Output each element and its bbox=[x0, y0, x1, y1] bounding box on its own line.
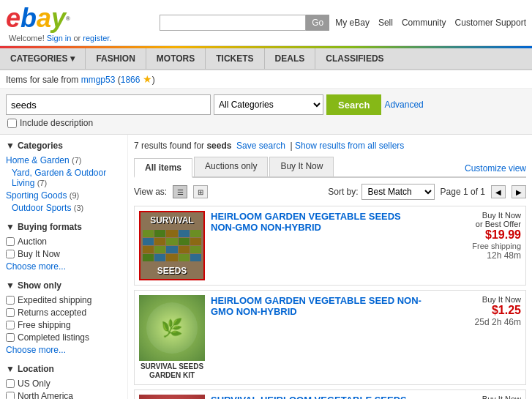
auction-checkbox[interactable] bbox=[6, 237, 15, 246]
nav-motors[interactable]: MOTORS bbox=[146, 49, 205, 68]
item-row-3: 🍅 VEGETABLE KITFULL GARDEN PACK SURVIVAL… bbox=[134, 389, 526, 399]
header-search-button[interactable]: Go bbox=[306, 15, 329, 31]
item-image-bottom-text: SEEDS bbox=[157, 266, 187, 276]
sort-select[interactable]: Best Match bbox=[361, 184, 435, 200]
show-only-choose-more[interactable]: Choose more... bbox=[6, 345, 121, 355]
item-image-2[interactable]: 🌿 bbox=[139, 295, 205, 361]
tab-buy-it-now[interactable]: Buy It Now bbox=[269, 157, 334, 176]
sell-link[interactable]: Sell bbox=[378, 18, 393, 28]
seller-star-icon: ★ bbox=[143, 73, 152, 85]
item-row-2: 🌿 SURVIVAL SEEDSGARDEN KIT HEIRLOOM GARD… bbox=[134, 290, 526, 385]
returns-label: Returns accepted bbox=[18, 307, 86, 318]
item-title-3[interactable]: SURVIVAL HEIRLOOM VEGETABLE SEEDS NON-GM… bbox=[211, 395, 427, 399]
categories-arrow-icon: ▾ bbox=[70, 53, 75, 64]
item-sublabel-2: SURVIVAL SEEDSGARDEN KIT bbox=[139, 362, 205, 380]
nav-categories[interactable]: CATEGORIES ▾ bbox=[0, 49, 85, 68]
main-content: ▼ Categories Home & Garden (7) Yard, Gar… bbox=[0, 135, 532, 399]
sidebar: ▼ Categories Home & Garden (7) Yard, Gar… bbox=[0, 135, 128, 399]
welcome-text: Welcome! Sign in or register. bbox=[9, 34, 111, 42]
north-america-label: North America bbox=[18, 391, 73, 399]
nav-tickets[interactable]: TICKETS bbox=[206, 49, 263, 68]
nav-classifieds[interactable]: CLASSIFIEDS bbox=[315, 49, 394, 68]
advanced-search-link[interactable]: Advanced bbox=[384, 100, 423, 110]
community-link[interactable]: Community bbox=[402, 18, 446, 28]
buy-it-now-label: Buy It Now bbox=[18, 249, 60, 259]
sidebar-show-only-title: ▼ Show only bbox=[6, 280, 121, 291]
sort-by-label: Sort by: bbox=[328, 187, 358, 197]
include-description-checkbox[interactable] bbox=[7, 119, 17, 128]
item-price-area-3: Buy It Now or Best Offer $59.99 Free shi… bbox=[433, 395, 521, 399]
buy-it-now-checkbox[interactable] bbox=[6, 250, 15, 258]
sidebar-buy-it-now-item: Buy It Now bbox=[6, 249, 121, 259]
item-image-3[interactable]: 🍅 bbox=[139, 395, 205, 399]
completed-checkbox[interactable] bbox=[6, 333, 15, 342]
sort-by-control: Sort by: Best Match bbox=[328, 184, 434, 200]
item-title-1[interactable]: HEIRLOOM GARDEN VEGETABLE SEEDS NON-GMO … bbox=[211, 211, 427, 233]
view-controls: View as: ☰ ⊞ Sort by: Best Match Page 1 … bbox=[134, 184, 526, 200]
expedited-label: Expedited shipping bbox=[18, 295, 91, 305]
completed-label: Completed listings bbox=[18, 332, 89, 343]
results-header: 7 results found for seeds Save search | … bbox=[134, 141, 526, 151]
sidebar-buying-formats-title: ▼ Buying formats bbox=[6, 222, 121, 232]
us-only-label: US Only bbox=[18, 379, 50, 389]
sign-in-link[interactable]: Sign in bbox=[47, 34, 72, 42]
header-search-input[interactable] bbox=[160, 15, 306, 31]
time-left-1: 12h 48m bbox=[487, 250, 521, 261]
next-page-button[interactable]: ▶ bbox=[512, 185, 526, 198]
sidebar-categories-section: ▼ Categories Home & Garden (7) Yard, Gar… bbox=[6, 141, 121, 213]
register-link[interactable]: register. bbox=[83, 34, 111, 42]
sidebar-item-sporting-goods[interactable]: Sporting Goods (9) bbox=[6, 190, 121, 201]
sidebar-free-shipping-item: Free shipping bbox=[6, 320, 121, 330]
buy-it-now-label-1: Buy It Now bbox=[482, 211, 521, 220]
nav-deals[interactable]: DEALS bbox=[265, 49, 315, 68]
logo-y: y bbox=[51, 3, 66, 34]
customer-support-link[interactable]: Customer Support bbox=[455, 18, 526, 28]
include-description-label: Include description bbox=[20, 118, 93, 128]
north-america-checkbox[interactable] bbox=[6, 392, 15, 399]
sidebar-item-outdoor-sports[interactable]: Outdoor Sports (3) bbox=[6, 203, 121, 213]
header: ebay® Welcome! Sign in or register. Go M… bbox=[0, 0, 532, 46]
logo-a: a bbox=[37, 3, 51, 34]
main-search-input[interactable]: seeds bbox=[6, 94, 211, 115]
returns-checkbox[interactable] bbox=[6, 308, 15, 317]
sidebar-item-yard-garden[interactable]: Yard, Garden & Outdoor Living (7) bbox=[6, 168, 121, 188]
tab-auctions-only[interactable]: Auctions only bbox=[194, 157, 268, 176]
header-links: My eBay Sell Community Customer Support bbox=[335, 18, 526, 28]
search-button[interactable]: Search bbox=[326, 94, 381, 115]
prev-page-button[interactable]: ◀ bbox=[491, 185, 506, 198]
sidebar-show-only-arrow-icon: ▼ bbox=[6, 280, 15, 291]
time-left-2: 25d 2h 46m bbox=[475, 317, 521, 327]
logo-b: b bbox=[20, 3, 37, 34]
sidebar-item-home-garden[interactable]: Home & Garden (7) bbox=[6, 155, 121, 165]
include-description-row: Include description bbox=[6, 118, 526, 128]
save-search-link[interactable]: Save search bbox=[236, 141, 285, 151]
my-ebay-link[interactable]: My eBay bbox=[335, 18, 370, 28]
seller-rating-link[interactable]: 1866 bbox=[121, 75, 141, 85]
nav-fashion[interactable]: FASHION bbox=[86, 49, 145, 68]
seller-bar: Items for sale from mmgp53 (1866 ★) bbox=[0, 70, 532, 89]
item-image-top-text: SURVIVAL bbox=[150, 215, 194, 225]
buying-formats-choose-more[interactable]: Choose more... bbox=[6, 261, 121, 272]
sidebar-buying-formats-section: ▼ Buying formats Auction Buy It Now Choo… bbox=[6, 222, 121, 272]
customize-view-link[interactable]: Customize view bbox=[465, 163, 526, 176]
expedited-checkbox[interactable] bbox=[6, 296, 15, 305]
search-area: seeds All Categories Search Advanced Inc… bbox=[0, 89, 532, 135]
free-shipping-checkbox[interactable] bbox=[6, 321, 15, 329]
list-view-icon[interactable]: ☰ bbox=[173, 185, 187, 198]
item-row: SURVIVAL SEEDS HEIRLOOM GARDEN VEGETABLE… bbox=[134, 206, 526, 286]
sidebar-north-america-item: North America bbox=[6, 391, 121, 399]
results-query: seeds bbox=[206, 141, 231, 151]
seller-prefix: Items for sale from bbox=[6, 75, 78, 85]
tab-all-items[interactable]: All items bbox=[134, 158, 192, 178]
us-only-checkbox[interactable] bbox=[6, 379, 15, 388]
show-all-link[interactable]: Show results from all sellers bbox=[295, 141, 404, 151]
item-image-1[interactable]: SURVIVAL SEEDS bbox=[139, 211, 205, 280]
tabs-left: All items Auctions only Buy It Now bbox=[134, 157, 335, 176]
sidebar-auction-item: Auction bbox=[6, 236, 121, 247]
category-select[interactable]: All Categories bbox=[214, 94, 323, 115]
sidebar-buying-arrow-icon: ▼ bbox=[6, 222, 15, 232]
grid-view-icon[interactable]: ⊞ bbox=[193, 185, 208, 198]
item-title-2[interactable]: HEIRLOOM GARDEN VEGETABLE SEED NON-GMO N… bbox=[211, 295, 427, 317]
results-area: 7 results found for seeds Save search | … bbox=[128, 135, 532, 399]
seller-link[interactable]: mmgp53 bbox=[81, 75, 116, 85]
